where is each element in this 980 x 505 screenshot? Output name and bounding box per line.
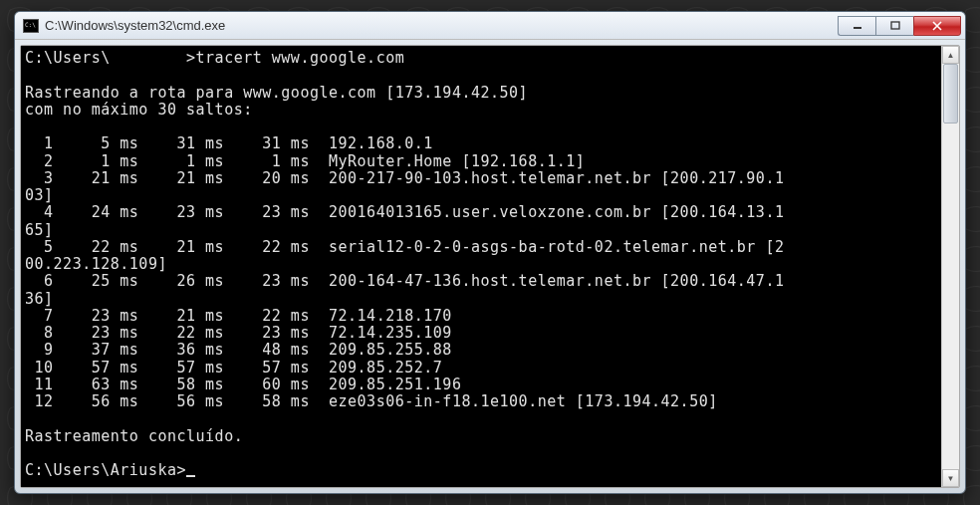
scroll-track[interactable]: [942, 64, 959, 469]
titlebar[interactable]: C:\Windows\system32\cmd.exe: [15, 12, 965, 40]
cursor: [186, 475, 195, 477]
svg-rect-1: [891, 22, 899, 29]
maximize-button[interactable]: [875, 16, 913, 36]
scroll-thumb[interactable]: [943, 64, 958, 124]
minimize-icon: [853, 21, 862, 31]
maximize-icon: [890, 21, 900, 31]
close-icon: [931, 21, 943, 31]
cmd-icon: [23, 19, 39, 33]
svg-rect-0: [854, 27, 861, 29]
window-title: C:\Windows\system32\cmd.exe: [45, 18, 838, 33]
cmd-window: C:\Windows\system32\cmd.exe C:\Users\ >t…: [14, 11, 966, 494]
window-controls: [838, 16, 961, 36]
console-output[interactable]: C:\Users\ >tracert www.google.com Rastre…: [21, 46, 941, 487]
scrollbar[interactable]: ▲ ▼: [941, 46, 959, 487]
console-frame: C:\Users\ >tracert www.google.com Rastre…: [20, 45, 960, 488]
scroll-up-button[interactable]: ▲: [942, 46, 959, 64]
close-button[interactable]: [913, 16, 961, 36]
scroll-down-button[interactable]: ▼: [942, 469, 959, 487]
minimize-button[interactable]: [838, 16, 875, 36]
